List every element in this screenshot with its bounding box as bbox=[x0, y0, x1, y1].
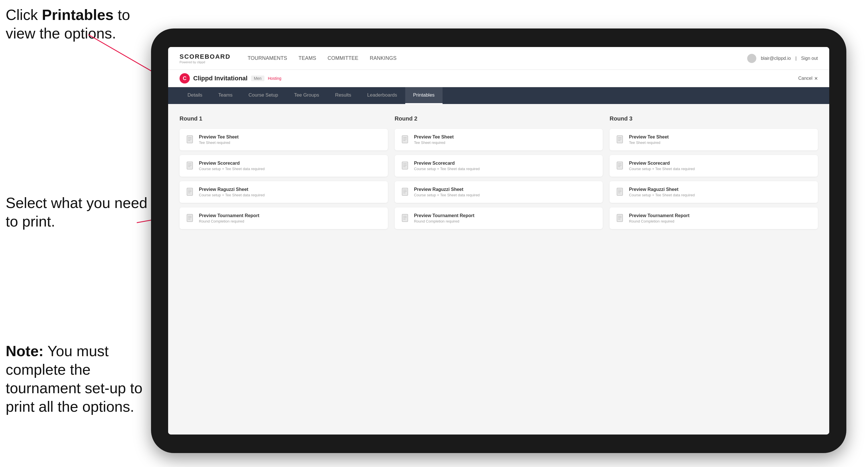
tee-sheet-text: Preview Tee Sheet Tee Sheet required bbox=[199, 134, 239, 145]
logo-scoreboard: SCOREBOARD bbox=[180, 53, 230, 60]
raguzzi-text: Preview Raguzzi Sheet Course setup + Tee… bbox=[199, 187, 265, 197]
r3-tee-sheet-subtitle: Tee Sheet required bbox=[629, 141, 669, 145]
svg-rect-32 bbox=[617, 136, 623, 143]
tab-course-setup[interactable]: Course Setup bbox=[241, 87, 286, 104]
round-3-raguzzi-card[interactable]: Preview Raguzzi Sheet Course setup + Tee… bbox=[610, 181, 818, 203]
svg-rect-8 bbox=[187, 188, 193, 195]
nav-item-rankings[interactable]: RANKINGS bbox=[370, 54, 397, 62]
tab-leaderboards[interactable]: Leaderboards bbox=[359, 87, 405, 104]
svg-rect-36 bbox=[617, 162, 623, 169]
svg-rect-4 bbox=[187, 162, 193, 169]
tournament-bar: C Clippd Invitational Men Hosting Cancel… bbox=[168, 70, 829, 87]
r2-scorecard-text: Preview Scorecard Course setup + Tee She… bbox=[414, 161, 480, 171]
top-nav: SCOREBOARD Powered by clippd TOURNAMENTS… bbox=[168, 47, 829, 70]
r3-report-subtitle: Round Completion required bbox=[629, 219, 689, 223]
annotation-mid: Select what you need to print. bbox=[6, 194, 148, 231]
round-2-column: Round 2 Preview Tee Sheet Tee Sheet requ… bbox=[395, 115, 603, 423]
r3-raguzzi-text: Preview Raguzzi Sheet Course setup + Tee… bbox=[629, 187, 695, 197]
report-title: Preview Tournament Report bbox=[199, 213, 259, 218]
scorecard-text: Preview Scorecard Course setup + Tee She… bbox=[199, 161, 265, 171]
svg-rect-12 bbox=[187, 214, 193, 222]
raguzzi-title: Preview Raguzzi Sheet bbox=[199, 187, 265, 192]
tournament-name: Clippd Invitational bbox=[193, 75, 248, 82]
tab-printables[interactable]: Printables bbox=[405, 87, 443, 104]
logo-powered: Powered by clippd bbox=[180, 60, 230, 64]
round-1-tee-sheet-card[interactable]: Preview Tee Sheet Tee Sheet required bbox=[180, 129, 388, 150]
round-3-title: Round 3 bbox=[610, 115, 818, 122]
r3-report-title: Preview Tournament Report bbox=[629, 213, 689, 218]
r2-scorecard-icon bbox=[402, 161, 409, 170]
nav-right: blair@clippd.io | Sign out bbox=[747, 54, 818, 63]
svg-rect-0 bbox=[187, 136, 193, 143]
tab-teams[interactable]: Teams bbox=[210, 87, 241, 104]
nav-separator: | bbox=[795, 56, 797, 61]
round-1-raguzzi-card[interactable]: Preview Raguzzi Sheet Course setup + Tee… bbox=[180, 181, 388, 203]
r2-report-subtitle: Round Completion required bbox=[414, 219, 474, 223]
r2-raguzzi-subtitle: Course setup + Tee Sheet data required bbox=[414, 193, 480, 197]
nav-item-tournaments[interactable]: TOURNAMENTS bbox=[248, 54, 287, 62]
round-2-report-card[interactable]: Preview Tournament Report Round Completi… bbox=[395, 208, 603, 229]
round-2-tee-sheet-card[interactable]: Preview Tee Sheet Tee Sheet required bbox=[395, 129, 603, 150]
annotation-top: Click Printables to view the options. bbox=[6, 6, 148, 43]
round-3-report-card[interactable]: Preview Tournament Report Round Completi… bbox=[610, 208, 818, 229]
tee-sheet-title: Preview Tee Sheet bbox=[199, 134, 239, 139]
round-1-column: Round 1 Preview Tee Sheet Tee Sheet requ… bbox=[180, 115, 388, 423]
r2-report-icon bbox=[402, 214, 409, 223]
tee-sheet-subtitle: Tee Sheet required bbox=[199, 141, 239, 145]
report-text: Preview Tournament Report Round Completi… bbox=[199, 213, 259, 223]
nav-avatar bbox=[747, 54, 756, 63]
annotation-bottom-text: Note: You must complete the tournament s… bbox=[6, 343, 143, 415]
r2-raguzzi-icon bbox=[402, 187, 409, 196]
report-icon bbox=[186, 214, 194, 223]
nav-sign-out[interactable]: Sign out bbox=[801, 56, 818, 61]
round-1-scorecard-card[interactable]: Preview Scorecard Course setup + Tee She… bbox=[180, 155, 388, 177]
tournament-status: Hosting bbox=[268, 76, 281, 81]
r3-tee-sheet-text: Preview Tee Sheet Tee Sheet required bbox=[629, 134, 669, 145]
tab-details[interactable]: Details bbox=[180, 87, 210, 104]
svg-rect-24 bbox=[402, 188, 408, 195]
r3-raguzzi-icon bbox=[616, 187, 624, 196]
nav-item-teams[interactable]: TEAMS bbox=[299, 54, 316, 62]
round-2-title: Round 2 bbox=[395, 115, 603, 122]
annotation-bold: Printables bbox=[42, 6, 114, 23]
r2-raguzzi-title: Preview Raguzzi Sheet bbox=[414, 187, 480, 192]
r2-tee-sheet-subtitle: Tee Sheet required bbox=[414, 141, 454, 145]
tab-tee-groups[interactable]: Tee Groups bbox=[286, 87, 327, 104]
r2-scorecard-title: Preview Scorecard bbox=[414, 161, 480, 166]
cancel-x-icon: ✕ bbox=[814, 76, 818, 81]
svg-rect-16 bbox=[402, 136, 408, 143]
nav-item-committee[interactable]: COMMITTEE bbox=[328, 54, 359, 62]
round-1-report-card[interactable]: Preview Tournament Report Round Completi… bbox=[180, 208, 388, 229]
r2-tee-sheet-title: Preview Tee Sheet bbox=[414, 134, 454, 139]
r3-scorecard-icon bbox=[616, 161, 624, 170]
r2-report-text: Preview Tournament Report Round Completi… bbox=[414, 213, 474, 223]
tab-bar: Details Teams Course Setup Tee Groups Re… bbox=[168, 87, 829, 104]
r2-scorecard-subtitle: Course setup + Tee Sheet data required bbox=[414, 167, 480, 171]
r3-raguzzi-subtitle: Course setup + Tee Sheet data required bbox=[629, 193, 695, 197]
r3-report-text: Preview Tournament Report Round Completi… bbox=[629, 213, 689, 223]
svg-rect-20 bbox=[402, 162, 408, 169]
round-2-raguzzi-card[interactable]: Preview Raguzzi Sheet Course setup + Tee… bbox=[395, 181, 603, 203]
round-3-tee-sheet-card[interactable]: Preview Tee Sheet Tee Sheet required bbox=[610, 129, 818, 150]
r3-scorecard-subtitle: Course setup + Tee Sheet data required bbox=[629, 167, 695, 171]
r2-tee-sheet-text: Preview Tee Sheet Tee Sheet required bbox=[414, 134, 454, 145]
r3-scorecard-title: Preview Scorecard bbox=[629, 161, 695, 166]
raguzzi-icon bbox=[186, 187, 194, 196]
scorecard-subtitle: Course setup + Tee Sheet data required bbox=[199, 167, 265, 171]
tablet-frame: SCOREBOARD Powered by clippd TOURNAMENTS… bbox=[151, 29, 846, 453]
round-2-scorecard-card[interactable]: Preview Scorecard Course setup + Tee She… bbox=[395, 155, 603, 177]
tab-results[interactable]: Results bbox=[327, 87, 359, 104]
nav-user-email: blair@clippd.io bbox=[761, 56, 791, 61]
annotation-top-text: Click Printables to view the options. bbox=[6, 6, 130, 41]
report-subtitle: Round Completion required bbox=[199, 219, 259, 223]
r3-raguzzi-title: Preview Raguzzi Sheet bbox=[629, 187, 695, 192]
cancel-button[interactable]: Cancel ✕ bbox=[798, 76, 818, 81]
r2-report-title: Preview Tournament Report bbox=[414, 213, 474, 218]
content-area: Round 1 Preview Tee Sheet Tee Sheet requ… bbox=[168, 104, 829, 435]
r3-tee-sheet-title: Preview Tee Sheet bbox=[629, 134, 669, 139]
round-3-scorecard-card[interactable]: Preview Scorecard Course setup + Tee She… bbox=[610, 155, 818, 177]
raguzzi-subtitle: Course setup + Tee Sheet data required bbox=[199, 193, 265, 197]
annotation-mid-text: Select what you need to print. bbox=[6, 195, 147, 230]
annotation-note-bold: Note: bbox=[6, 343, 43, 359]
svg-rect-44 bbox=[617, 214, 623, 222]
